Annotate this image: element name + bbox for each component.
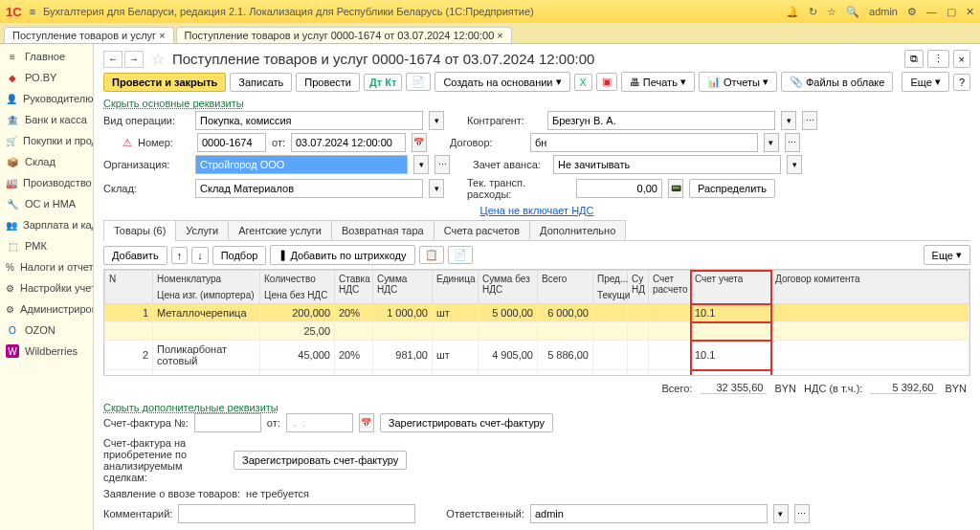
pick-button[interactable]: Подбор bbox=[212, 246, 267, 265]
print-button[interactable]: 🖶 Печать ▾ bbox=[621, 72, 695, 92]
register-sf2-button[interactable]: Зарегистрировать счет-фактуру bbox=[234, 451, 407, 470]
resp-open[interactable]: ⋯ bbox=[794, 504, 810, 523]
avans-drop[interactable]: ▾ bbox=[787, 155, 802, 174]
th-prev[interactable]: Пред...Текущи bbox=[593, 271, 628, 304]
th-sumnovat[interactable]: Сумма без НДС bbox=[479, 271, 538, 304]
nav-back[interactable]: ← bbox=[103, 51, 122, 68]
table-row-sub[interactable]: 25,00 bbox=[105, 322, 969, 341]
min-icon[interactable]: — bbox=[926, 6, 937, 18]
transp-field[interactable] bbox=[576, 179, 662, 198]
doc-tab-0[interactable]: Поступление товаров и услуг × bbox=[4, 27, 174, 43]
op-type-field[interactable] bbox=[195, 111, 423, 130]
grid[interactable]: N НоменклатураЦена изг. (импортера) Коли… bbox=[103, 269, 970, 376]
dog-open[interactable]: ⋯ bbox=[785, 133, 800, 152]
sidebar-item-manager[interactable]: 👤Руководителю bbox=[0, 88, 93, 109]
bell-icon[interactable]: 🔔 bbox=[786, 6, 799, 18]
tab-goods[interactable]: Товары (6) bbox=[103, 220, 176, 241]
distribute-button[interactable]: Распределить bbox=[689, 179, 775, 198]
sidebar-item-admin[interactable]: ⚙Администрирование bbox=[0, 298, 93, 320]
sf-no-field[interactable] bbox=[194, 413, 261, 432]
sf-date-field[interactable] bbox=[286, 413, 353, 432]
th-n[interactable]: N bbox=[105, 271, 153, 304]
add-row-button[interactable]: Добавить bbox=[103, 246, 167, 265]
tab-extra[interactable]: Дополнительно bbox=[529, 220, 626, 240]
help-button[interactable]: ? bbox=[953, 74, 970, 91]
ctr-drop[interactable]: ▾ bbox=[781, 111, 796, 130]
th-acctr[interactable]: Счет расчето bbox=[649, 271, 691, 304]
th-qty[interactable]: КоличествоЦена без НДС bbox=[260, 271, 335, 304]
table-row-sub[interactable]: 109,00 bbox=[105, 370, 969, 377]
contract-field[interactable] bbox=[530, 133, 758, 152]
op-type-drop[interactable]: ▾ bbox=[429, 111, 444, 130]
th-nom[interactable]: НоменклатураЦена изг. (импортера) bbox=[153, 271, 260, 304]
sidebar-item-main[interactable]: ≡Главное bbox=[0, 46, 93, 67]
register-sf-button[interactable]: Зарегистрировать счет-фактуру bbox=[380, 413, 553, 432]
sidebar-item-roby[interactable]: ◆РО.BY bbox=[0, 67, 93, 88]
settings-icon[interactable]: ⚙ bbox=[907, 6, 917, 18]
max-icon[interactable]: ▢ bbox=[947, 6, 956, 18]
dog-drop[interactable]: ▾ bbox=[764, 133, 779, 152]
contractor-field[interactable] bbox=[547, 111, 775, 130]
sidebar-item-ozon[interactable]: OOZON bbox=[0, 320, 93, 341]
th-sumvat[interactable]: Сумма НДС bbox=[373, 271, 433, 304]
th-dogk[interactable]: Договор комитента bbox=[771, 271, 969, 304]
user-label[interactable]: admin bbox=[869, 6, 898, 18]
menu-button[interactable]: ⋮ bbox=[927, 50, 949, 68]
transp-calc[interactable]: 📟 bbox=[668, 179, 683, 198]
close-icon[interactable]: ✕ bbox=[966, 6, 974, 18]
paste-button[interactable]: 📄 bbox=[448, 246, 473, 264]
sidebar-item-assets[interactable]: 🔧ОС и НМА bbox=[0, 193, 93, 214]
search-icon[interactable]: 🔍 bbox=[846, 6, 859, 18]
sidebar-item-production[interactable]: 🏭Производство bbox=[0, 172, 93, 193]
doc-tab-1[interactable]: Поступление товаров и услуг 0000-1674 от… bbox=[176, 27, 512, 43]
tab-return[interactable]: Возвратная тара bbox=[331, 220, 434, 240]
resp-drop[interactable]: ▾ bbox=[773, 504, 789, 523]
avans-field[interactable] bbox=[553, 155, 781, 174]
menu-icon[interactable]: ≡ bbox=[30, 6, 35, 17]
th-rate[interactable]: Ставка НДС bbox=[335, 271, 373, 304]
vat-note-link[interactable]: Цена не включает НДС bbox=[480, 205, 594, 216]
pdf-button[interactable]: ▣ bbox=[596, 73, 617, 91]
org-open[interactable]: ⋯ bbox=[434, 155, 450, 174]
tab-agent[interactable]: Агентские услуги bbox=[228, 220, 332, 240]
post-close-button[interactable]: Провести и закрыть bbox=[103, 73, 226, 92]
comment-field[interactable] bbox=[178, 504, 415, 523]
table-row[interactable]: 2Поликарбонат сотовый45,00020%981,00шт4 … bbox=[105, 341, 969, 370]
post-button[interactable]: Провести bbox=[296, 73, 360, 92]
hide-main-link[interactable]: Скрыть основные реквизиты bbox=[94, 96, 980, 111]
th-acct[interactable]: Счет учета bbox=[691, 271, 771, 304]
create-based-button[interactable]: Создать на основании ▾ bbox=[434, 72, 569, 92]
popout-button[interactable]: ⧉ bbox=[904, 50, 924, 68]
dt-kt-button[interactable]: Дт Кт bbox=[364, 74, 402, 91]
copy-button[interactable]: 📋 bbox=[419, 246, 444, 264]
wh-field[interactable] bbox=[195, 179, 423, 198]
favorite-star[interactable]: ☆ bbox=[151, 50, 165, 68]
sidebar-item-sales[interactable]: 🛒Покупки и продажи bbox=[0, 130, 93, 151]
report-icon-button[interactable]: 📄 bbox=[406, 73, 431, 91]
save-button[interactable]: Записать bbox=[230, 73, 292, 92]
reports-button[interactable]: 📊 Отчеты ▾ bbox=[699, 72, 777, 92]
resp-field[interactable] bbox=[530, 504, 768, 523]
sidebar-item-rmk[interactable]: ⬚РМК bbox=[0, 235, 93, 256]
sidebar-item-bank[interactable]: 🏦Банк и касса bbox=[0, 109, 93, 130]
date-field[interactable] bbox=[291, 133, 406, 152]
files-button[interactable]: 📎 Файлы в облаке bbox=[781, 72, 893, 92]
date-picker[interactable]: 📅 bbox=[412, 133, 427, 152]
org-drop[interactable]: ▾ bbox=[413, 155, 429, 174]
barcode-button[interactable]: ❚ Добавить по штрихкоду bbox=[270, 245, 414, 265]
history-icon[interactable]: ↻ bbox=[809, 6, 817, 18]
nav-fwd[interactable]: → bbox=[124, 51, 144, 68]
sidebar-item-wb[interactable]: WWildberries bbox=[0, 341, 93, 362]
org-field[interactable] bbox=[195, 155, 408, 174]
th-total[interactable]: Всего bbox=[538, 271, 593, 304]
wh-drop[interactable]: ▾ bbox=[429, 179, 444, 198]
close-doc-button[interactable]: × bbox=[953, 50, 970, 68]
tab-accounts[interactable]: Счета расчетов bbox=[434, 220, 530, 240]
number-field[interactable] bbox=[197, 133, 266, 152]
excel-button[interactable]: X bbox=[574, 74, 592, 91]
move-up-button[interactable]: ↑ bbox=[171, 247, 189, 264]
move-down-button[interactable]: ↓ bbox=[191, 247, 209, 264]
ctr-open[interactable]: ⋯ bbox=[802, 111, 817, 130]
sidebar-item-settings[interactable]: ⚙Настройки учета bbox=[0, 277, 93, 298]
grid-more-button[interactable]: Еще ▾ bbox=[924, 245, 970, 265]
